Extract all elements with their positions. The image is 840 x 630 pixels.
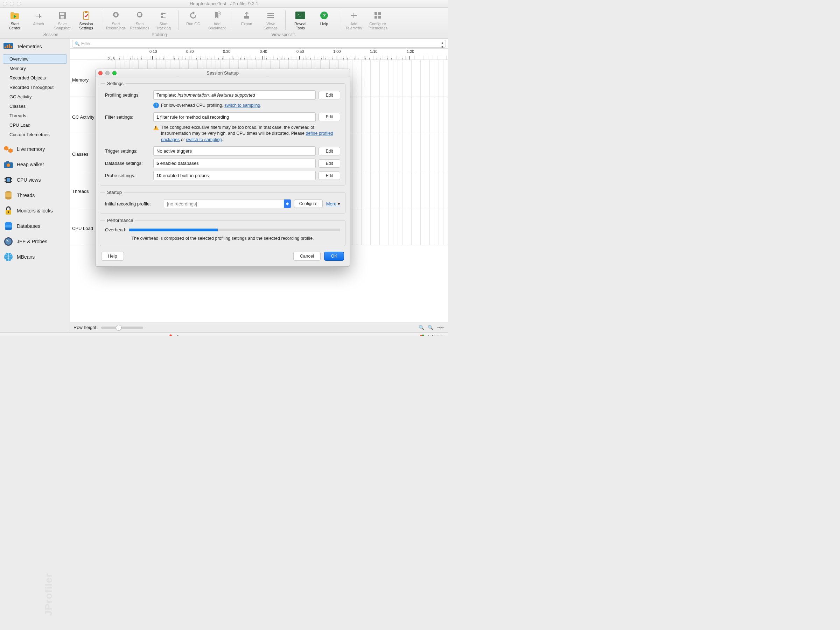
- sidebar-section-mbeans[interactable]: MBeans: [0, 249, 69, 265]
- sidebar-section-databases[interactable]: Databases: [0, 218, 69, 234]
- session-settings-button[interactable]: Session Settings: [74, 9, 98, 32]
- row-height-slider[interactable]: [101, 327, 143, 328]
- info-icon: i: [153, 103, 159, 108]
- ok-button[interactable]: OK: [324, 252, 344, 261]
- globe-icon: [3, 252, 13, 262]
- svg-rect-16: [244, 16, 249, 19]
- row-height-label: Row height:: [74, 325, 98, 330]
- svg-rect-11: [138, 13, 141, 16]
- sidebar-item-custom-telemetries[interactable]: Custom Telemetries: [3, 130, 67, 139]
- sidebar-section-telemetries[interactable]: Telemetries: [0, 39, 69, 54]
- pin-icon[interactable]: 📍: [168, 334, 173, 336]
- profiling-settings-value: Template: Instrumentation, all features …: [153, 90, 316, 100]
- start-recordings-button[interactable]: Start Recordings: [104, 9, 128, 32]
- svg-rect-4: [60, 13, 65, 15]
- chevron-updown-icon[interactable]: ▲▼: [441, 41, 444, 49]
- initial-recording-select[interactable]: [no recordings]: [164, 199, 291, 208]
- add-bookmark-button[interactable]: +Add Bookmark: [205, 9, 229, 32]
- configure-button[interactable]: Configure: [294, 199, 323, 208]
- fit-icon[interactable]: ⇥⇤: [437, 325, 445, 330]
- detached-icon: [419, 334, 425, 336]
- probe-settings-value: 10 enabled built-in probes: [153, 171, 316, 180]
- svg-text:+: +: [218, 12, 220, 15]
- trigger-settings-label: Trigger settings:: [105, 148, 153, 154]
- probe-settings-label: Probe settings:: [105, 173, 153, 178]
- svg-rect-27: [378, 16, 381, 19]
- sidebar-item-cpu-load[interactable]: CPU Load: [3, 120, 67, 130]
- configure-telemetries-button[interactable]: Configure Telemetries: [366, 9, 390, 32]
- time-ruler: 0:100:200:300:400:501:001:101:20: [70, 49, 448, 60]
- start-tracking-button[interactable]: Start Tracking: [152, 9, 175, 32]
- svg-rect-30: [7, 45, 8, 48]
- reveal-tools-button[interactable]: >_Reveal Tools: [288, 9, 312, 32]
- svg-rect-29: [5, 47, 6, 48]
- svg-rect-57: [422, 335, 424, 336]
- svg-point-52: [5, 225, 12, 227]
- svg-rect-7: [85, 11, 87, 13]
- toolbar-group-view-specific: View specific: [217, 32, 350, 37]
- dialog-title: Session Startup: [96, 70, 350, 76]
- overhead-label: Overhead:: [105, 227, 126, 232]
- svg-rect-31: [9, 44, 10, 48]
- svg-point-46: [5, 197, 11, 199]
- view-settings-button[interactable]: View Settings: [259, 9, 283, 32]
- switch-to-sampling-link[interactable]: switch to sampling: [224, 103, 260, 108]
- sidebar-item-recorded-objects[interactable]: Recorded Objects: [3, 73, 67, 83]
- toolbar-group-session: Session: [0, 32, 101, 37]
- more-link[interactable]: More: [326, 201, 340, 207]
- probe-edit-button[interactable]: Edit: [319, 172, 340, 180]
- window-titlebar: HeapInstanceTest - JProfiler 9.2.1: [0, 0, 448, 8]
- filter-input[interactable]: 🔍 Filter ▲▼: [72, 40, 446, 47]
- attach-button[interactable]: Attach: [27, 9, 51, 32]
- svg-point-35: [7, 163, 10, 167]
- trigger-edit-button[interactable]: Edit: [319, 147, 340, 155]
- sidebar-section-heap-walker[interactable]: Heap walker: [0, 157, 69, 172]
- toolbar: Start Center Attach Save Snapshot Sessio…: [0, 8, 448, 39]
- database-edit-button[interactable]: Edit: [319, 159, 340, 167]
- sidebar-item-gc-activity[interactable]: GC Activity: [3, 92, 67, 101]
- dialog-help-button[interactable]: Help: [101, 252, 124, 261]
- help-button[interactable]: ?Help: [312, 9, 336, 32]
- terminal-icon: >_: [295, 11, 305, 20]
- sidebar-item-overview[interactable]: Overview: [3, 54, 67, 64]
- sidebar-section-monitors-locks[interactable]: Monitors & locks: [0, 203, 69, 218]
- run-gc-button[interactable]: Run GC: [181, 9, 205, 32]
- switch-sampling-link-2[interactable]: switch to sampling: [186, 137, 222, 142]
- sidebar-item-memory[interactable]: Memory: [3, 64, 67, 73]
- svg-rect-34: [6, 161, 9, 163]
- sidebar-section-jee-probes[interactable]: JEE & Probes: [0, 234, 69, 249]
- filter-settings-value: 1 filter rule for method call recording: [153, 112, 316, 122]
- chevron-updown-icon: [284, 199, 291, 208]
- cancel-button[interactable]: Cancel: [293, 252, 321, 261]
- search-icon: 🔍: [74, 41, 80, 46]
- svg-text:>_: >_: [297, 13, 301, 16]
- sidebar-item-classes[interactable]: Classes: [3, 101, 67, 111]
- stop-recordings-button[interactable]: Stop Recordings: [128, 9, 152, 32]
- sidebar-item-recorded-throughput[interactable]: Recorded Throughput: [3, 83, 67, 92]
- profiling-edit-button[interactable]: Edit: [319, 91, 340, 99]
- grid-icon: [373, 11, 382, 20]
- svg-text:?: ?: [322, 12, 325, 18]
- sidebar-item-threads[interactable]: Threads: [3, 111, 67, 120]
- toolbar-group-profiling: Profiling: [101, 32, 217, 37]
- sidebar-section-threads[interactable]: Threads: [0, 188, 69, 203]
- sidebar-section-cpu-views[interactable]: CPU views: [0, 172, 69, 188]
- zoom-out-icon[interactable]: 🔍: [428, 325, 433, 330]
- telemetry-sublist: Overview Memory Recorded Objects Recorde…: [3, 54, 67, 139]
- save-snapshot-button[interactable]: Save Snapshot: [51, 9, 74, 32]
- export-icon: [242, 11, 252, 20]
- svg-point-51: [5, 227, 12, 230]
- chip-icon: [3, 175, 13, 185]
- sidebar-section-live-memory[interactable]: Live memory: [0, 141, 69, 157]
- svg-point-9: [114, 13, 117, 16]
- startup-fieldset: Startup Initial recording profile: [no r…: [100, 190, 346, 213]
- start-center-button[interactable]: Start Center: [3, 9, 27, 32]
- filter-warning: The configured exclusive filters may be …: [153, 125, 340, 143]
- add-telemetry-button[interactable]: Add Telemetry: [342, 9, 366, 32]
- session-startup-dialog: Session Startup Settings Profiling setti…: [95, 69, 350, 267]
- filter-edit-button[interactable]: Edit: [319, 113, 340, 121]
- flag-icon[interactable]: ⚑: [176, 334, 180, 336]
- zoom-in-icon[interactable]: 🔍: [418, 325, 424, 330]
- gauge-icon: [3, 237, 13, 246]
- export-button[interactable]: Export: [235, 9, 259, 32]
